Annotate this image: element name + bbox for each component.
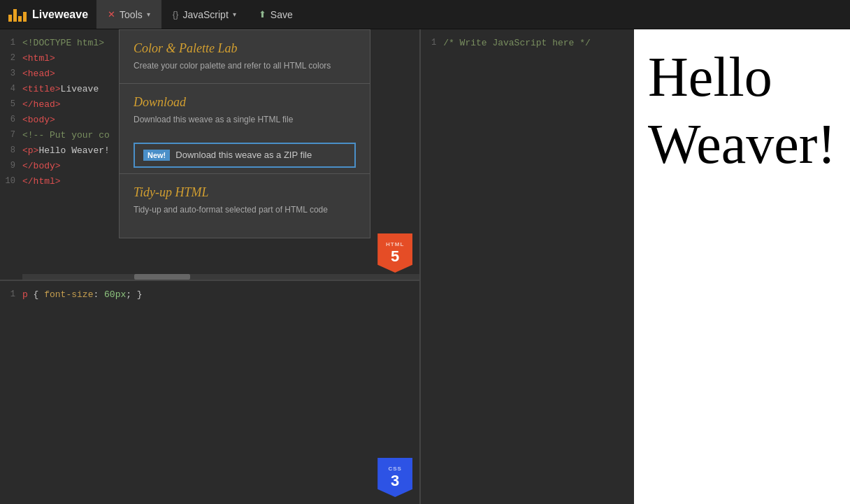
logo-bar-4 bbox=[23, 12, 27, 22]
logo-bar-3 bbox=[18, 16, 22, 22]
logo-bar-1 bbox=[8, 15, 12, 22]
html-editor[interactable]: 1 <!DOCTYPE html> 2 <html> 3 <head> 4 <t… bbox=[0, 29, 419, 281]
tools-menu-button[interactable]: ✕ Tools ▾ bbox=[96, 0, 161, 29]
logo-icon bbox=[8, 8, 27, 22]
html-line-7: 7 <!-- Put your co bbox=[0, 127, 419, 143]
html-line-9: 9 </body> bbox=[0, 158, 419, 173]
javascript-label: JavaScript bbox=[182, 9, 228, 20]
tools-icon: ✕ bbox=[108, 9, 115, 20]
html-line-4: 4 <title>Liveave bbox=[0, 81, 419, 96]
save-icon: ⬆ bbox=[259, 9, 266, 20]
preview-text: Hello Weaver! bbox=[648, 43, 836, 178]
css-code-area: 1 p { font-size: 60px; } bbox=[0, 281, 419, 504]
html-line-10: 10 </html> bbox=[0, 173, 419, 189]
tools-label: Tools bbox=[120, 9, 143, 20]
javascript-menu-button[interactable]: {} JavaScript ▾ bbox=[161, 0, 247, 29]
save-button[interactable]: ⬆ Save bbox=[247, 0, 304, 29]
braces-icon: {} bbox=[173, 9, 179, 20]
logo-area: Liveweave bbox=[0, 0, 96, 29]
css-line-1: 1 p { font-size: 60px; } bbox=[0, 287, 419, 302]
html-line-2: 2 <html> bbox=[0, 50, 419, 66]
tools-chevron: ▾ bbox=[147, 10, 150, 18]
js-comment: /* Write JavaScript here */ bbox=[443, 38, 591, 48]
editors-panel: 1 <!DOCTYPE html> 2 <html> 3 <head> 4 <t… bbox=[0, 29, 419, 504]
js-editor[interactable]: 1 /* Write JavaScript here */ bbox=[419, 29, 634, 504]
css-editor[interactable]: 1 p { font-size: 60px; } CSS 3 bbox=[0, 281, 419, 504]
css3-badge: CSS 3 bbox=[377, 458, 412, 497]
html-line-1: 1 <!DOCTYPE html> bbox=[0, 35, 419, 50]
logo-text: Liveweave bbox=[32, 8, 88, 21]
logo-bar-2 bbox=[13, 9, 17, 22]
main-layout: 1 <!DOCTYPE html> 2 <html> 3 <head> 4 <t… bbox=[0, 29, 850, 504]
preview-panel: Hello Weaver! bbox=[634, 29, 850, 504]
html-scrollbar[interactable] bbox=[22, 274, 419, 280]
css3-shield: CSS 3 bbox=[377, 458, 412, 497]
save-label: Save bbox=[271, 9, 293, 20]
html-line-5: 5 </head> bbox=[0, 96, 419, 112]
html-line-8: 8 <p>Hello Weaver! bbox=[0, 143, 419, 158]
js-line-1: 1 /* Write JavaScript here */ bbox=[421, 35, 634, 50]
html5-shield: HTML 5 bbox=[377, 233, 412, 273]
navbar: Liveweave ✕ Tools ▾ {} JavaScript ▾ ⬆ Sa… bbox=[0, 0, 850, 29]
javascript-chevron: ▾ bbox=[233, 10, 236, 18]
html-line-3: 3 <head> bbox=[0, 66, 419, 81]
html5-badge: HTML 5 bbox=[377, 233, 412, 273]
html-line-6: 6 <body> bbox=[0, 112, 419, 127]
js-code-area: 1 /* Write JavaScript here */ bbox=[421, 29, 634, 504]
html-code-area: 1 <!DOCTYPE html> 2 <html> 3 <head> 4 <t… bbox=[0, 29, 419, 280]
html-scrollbar-thumb bbox=[134, 274, 190, 280]
